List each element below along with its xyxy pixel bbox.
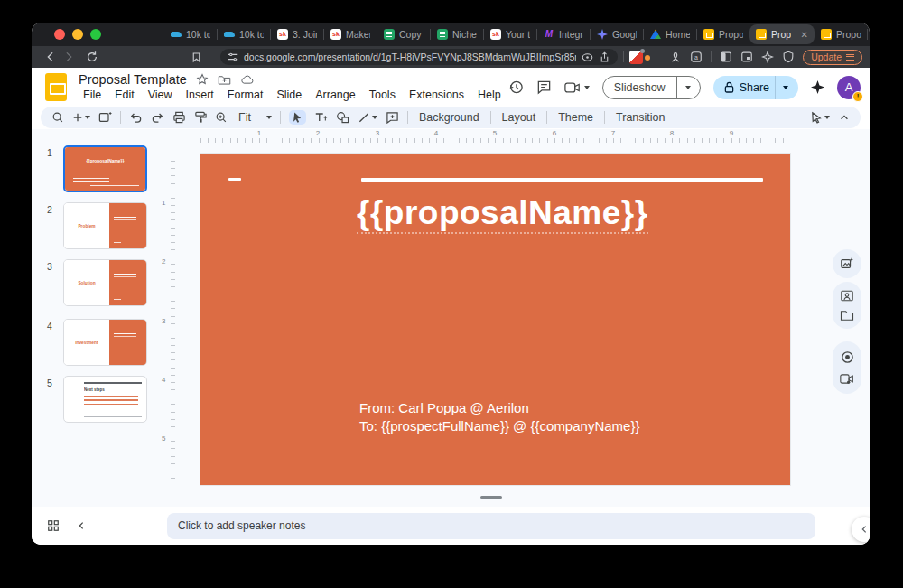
- document-title[interactable]: Proposal Template: [79, 72, 187, 87]
- extension-shield-icon[interactable]: [629, 51, 643, 64]
- tab-proposal-1[interactable]: Proposal: [697, 24, 749, 44]
- thumbnail[interactable]: {{proposalName}}: [63, 145, 147, 192]
- notes-resize-handle[interactable]: [480, 496, 502, 499]
- forward-button[interactable]: [62, 51, 75, 63]
- tab-niche[interactable]: Niche Di: [431, 24, 483, 44]
- visibility-icon[interactable]: [582, 51, 593, 63]
- menu-tools[interactable]: Tools: [365, 88, 400, 102]
- camera-badge-icon[interactable]: [840, 373, 854, 385]
- menu-edit[interactable]: Edit: [110, 88, 139, 102]
- back-button[interactable]: [44, 51, 57, 63]
- tab-proposal-active[interactable]: Prop✕: [749, 24, 815, 44]
- line-tool[interactable]: [358, 112, 377, 124]
- undo-icon[interactable]: [129, 111, 143, 124]
- tab-google[interactable]: Google C: [591, 24, 643, 44]
- ai-cursor-icon[interactable]: [761, 51, 774, 63]
- menu-view[interactable]: View: [144, 88, 177, 102]
- slide-thumbnail-4[interactable]: 4 Investment: [47, 319, 147, 366]
- horizontal-ruler[interactable]: 1 2 3 4 5 6 7 8 9: [200, 131, 790, 143]
- theme-button[interactable]: Theme: [555, 111, 596, 124]
- slide-title-textbox[interactable]: {{proposalName}}: [357, 193, 648, 232]
- transition-button[interactable]: Transition: [613, 111, 667, 124]
- select-tool[interactable]: [289, 110, 306, 125]
- gemini-icon[interactable]: [811, 80, 824, 94]
- tab-proposal-2[interactable]: Proposal: [815, 24, 867, 44]
- slide-thumbnail-3[interactable]: 3 Solution: [47, 259, 147, 306]
- tab-copy-of[interactable]: Copy of: [377, 24, 430, 44]
- menu-slide[interactable]: Slide: [272, 88, 306, 102]
- shapes-tool[interactable]: [336, 111, 349, 124]
- menu-format[interactable]: Format: [223, 88, 268, 102]
- update-button[interactable]: Update: [803, 50, 862, 65]
- tab-join[interactable]: 3. Join 3: [271, 24, 323, 44]
- image-sparkle-icon[interactable]: [840, 257, 854, 271]
- slide-thumbnail-1[interactable]: 1 {{proposalName}}: [47, 145, 147, 192]
- slides-logo-icon[interactable]: [45, 73, 67, 101]
- avatar[interactable]: A!: [837, 76, 861, 99]
- star-icon[interactable]: [196, 73, 209, 86]
- slide-accent-line[interactable]: [361, 178, 763, 182]
- version-history-icon[interactable]: [508, 79, 524, 95]
- close-window-button[interactable]: [54, 29, 65, 40]
- comments-icon[interactable]: [536, 79, 552, 95]
- insert-comment-icon[interactable]: [386, 111, 399, 124]
- zoom-select[interactable]: Fit: [236, 111, 272, 124]
- menu-insert[interactable]: Insert: [182, 88, 219, 102]
- ribbon-icon[interactable]: [669, 51, 682, 63]
- background-button[interactable]: Background: [416, 111, 482, 124]
- slide-fromto-textbox[interactable]: From: Carl Poppa @ Aerilon To: {{prospec…: [359, 399, 639, 435]
- zoom-window-button[interactable]: [90, 29, 101, 40]
- print-icon[interactable]: [172, 111, 186, 124]
- thumbnail[interactable]: Next steps: [63, 376, 147, 423]
- pip-icon[interactable]: [740, 51, 753, 63]
- grid-view-icon[interactable]: [47, 519, 60, 532]
- share-page-icon[interactable]: [599, 51, 610, 63]
- tab-your[interactable]: Your thi: [484, 24, 536, 44]
- tab-integrations[interactable]: Integratio: [537, 24, 590, 44]
- collapse-toolbar-icon[interactable]: [839, 112, 850, 123]
- slide-accent-dash[interactable]: [228, 178, 241, 181]
- site-info-icon[interactable]: [228, 51, 238, 62]
- collapse-filmstrip-icon[interactable]: [77, 521, 86, 530]
- reload-button[interactable]: [86, 51, 98, 63]
- address-bar[interactable]: docs.google.com/presentation/d/1gT-H8iVP…: [220, 49, 618, 65]
- text-box-tool[interactable]: [314, 111, 328, 124]
- search-menus-icon[interactable]: [51, 111, 64, 124]
- reader-icon[interactable]: a: [690, 51, 703, 63]
- menu-arrange[interactable]: Arrange: [311, 88, 359, 102]
- record-icon[interactable]: [841, 350, 854, 364]
- sidebar-toggle-icon[interactable]: [720, 51, 732, 63]
- menu-extensions[interactable]: Extensions: [405, 88, 469, 102]
- menu-file[interactable]: File: [79, 88, 106, 102]
- add-slide-button[interactable]: [72, 112, 90, 123]
- tab-home-drive[interactable]: Home - C: [644, 24, 696, 44]
- minimize-window-button[interactable]: [72, 29, 83, 40]
- privacy-shield-icon[interactable]: [782, 51, 795, 63]
- slide-thumbnail-2[interactable]: 2 Problem: [47, 202, 147, 249]
- speaker-notes-input[interactable]: Click to add speaker notes: [167, 513, 815, 539]
- layout-button[interactable]: Layout: [499, 111, 539, 124]
- meet-camera-icon[interactable]: [564, 81, 590, 94]
- move-folder-icon[interactable]: [218, 74, 231, 86]
- slideshow-button[interactable]: Slideshow: [602, 76, 701, 99]
- photos-person-icon[interactable]: [840, 289, 854, 303]
- paint-format-icon[interactable]: [194, 111, 207, 124]
- slideshow-dropdown[interactable]: [676, 77, 700, 98]
- slide-thumbnail-5[interactable]: 5 Next steps: [47, 376, 147, 423]
- share-button[interactable]: Share: [713, 76, 798, 99]
- redo-icon[interactable]: [151, 111, 164, 124]
- new-slide-layout-icon[interactable]: [98, 111, 112, 124]
- tab-10k-2[interactable]: 10k to $1: [218, 24, 270, 44]
- cloud-status-icon[interactable]: [240, 74, 254, 85]
- vertical-ruler[interactable]: 1 2 3 4 5: [163, 154, 175, 485]
- thumbnail[interactable]: Solution: [63, 259, 147, 306]
- zoom-icon[interactable]: [215, 111, 228, 124]
- menu-help[interactable]: Help: [473, 88, 506, 102]
- tab-10k-1[interactable]: 10k to $1: [164, 24, 217, 44]
- bookmark-icon[interactable]: [191, 51, 202, 63]
- close-tab-icon[interactable]: ✕: [801, 30, 808, 40]
- share-dropdown[interactable]: [775, 76, 795, 99]
- slide-canvas[interactable]: {{proposalName}} From: Carl Poppa @ Aeri…: [200, 154, 790, 485]
- tab-maker[interactable]: Maker Sc: [324, 24, 377, 44]
- expand-sidebar-button[interactable]: [852, 517, 870, 542]
